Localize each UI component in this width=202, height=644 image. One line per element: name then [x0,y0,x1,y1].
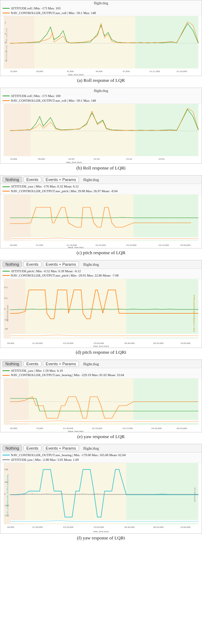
chart-a-legend: ATTITUDE.roll | Min: -173 Max: 103 NAV_C… [0,6,202,16]
svg-text:00:000: 00:000 [10,244,17,247]
legend-e-2: NAV_CONTROLLER_OUTPUT.nav_bearing | Min:… [11,373,124,378]
svg-text:03:20.000: 03:20.000 [63,526,74,529]
chart-b-svg: 34,000 38,000 02:00 02:40 03:20 04:00 ti… [0,104,202,163]
svg-text:01:24,000: 01:24,000 [177,70,187,73]
legend-d-2: NAV_CONTROLLER_OUTPUT.nav_pitch | Min: -… [11,273,119,278]
btn-e-nothing[interactable]: Nothing [3,361,22,367]
filename-d: flight.tlog [83,262,99,266]
chart-c-svg: 00:000 01:000 01:40,000 02:20,000 03:20,… [0,195,202,248]
btn-d-nothing[interactable]: Nothing [3,261,22,267]
chart-a-svg: 3 2 0 -1 -2 35,000 38,000 41,000 44,000 … [0,16,202,76]
svg-text:00.000: 00.000 [7,342,14,345]
btn-f-nothing[interactable]: Nothing [3,445,22,451]
svg-text:ATTITUDE.yaw: ATTITUDE.yaw [194,487,196,502]
svg-text:NAV_CONTROLLER_OUTPUT.nav_bear: NAV_CONTROLLER_OUTPUT.nav_bearing [6,475,9,515]
btn-c-events-params[interactable]: Events + Params [43,177,79,182]
btn-f-events-params[interactable]: Events + Params [43,445,79,451]
caption-f: (f) yaw response of LQRi [0,534,202,544]
svg-text:01:40.000: 01:40.000 [32,526,43,529]
svg-text:38,000: 38,000 [38,158,45,160]
svg-text:10:00.000: 10:00.000 [180,526,191,529]
svg-text:05:00,000: 05:00,000 [180,244,191,247]
svg-text:01:000: 01:000 [36,244,43,247]
chart-d: Nothing Events Events + Params flight.tl… [0,260,202,348]
svg-text:10:00.000: 10:00.000 [180,342,191,345]
chart-a-title: flight.tlog [0,0,202,6]
svg-text:0.3: 0.3 [4,286,8,289]
toolbar-f: Nothing Events Events + Params flight.tl… [0,444,202,453]
legend-d-1: ATTITUDE.pitch | Min: -0.52 Max: 0.39 Me… [11,269,81,274]
chart-e-legend: ATTITUDE_yaw | Min: 1.59 Max: 6.19 NAV_C… [0,368,202,379]
btn-e-events-params[interactable]: Events + Params [43,361,79,367]
legend-a-1: ATTITUDE.roll | Min: -173 Max: 103 [11,6,61,11]
filename-c: flight.tlog [83,177,99,182]
chart-f-legend: NAV_CONTROLLER_OUTPUT.nav_bearing | Min:… [0,453,202,463]
svg-text:02:20,000: 02:20,000 [96,244,106,247]
svg-text:41,000: 41,000 [67,70,74,73]
btn-d-events-params[interactable]: Events + Params [43,261,79,267]
caption-d: (d) pitch response of LQRi [0,348,202,358]
toolbar-e: Nothing Events Events + Params flight.tl… [0,360,202,368]
svg-text:NAV_CONTROLLER_OUTPUT.pitch: NAV_CONTROLLER_OUTPUT.pitch [193,295,195,332]
chart-b-title: flight.tlog [0,88,202,93]
svg-text:04:00: 04:00 [159,158,164,160]
btn-f-events[interactable]: Events [23,445,41,451]
svg-rect-85 [10,520,198,523]
svg-text:0: 0 [4,493,6,495]
svg-text:02:50,000: 02:50,000 [92,427,102,430]
svg-text:linear_boot (ms): linear_boot (ms) [68,430,83,432]
btn-d-events[interactable]: Events [23,261,41,267]
svg-text:03:20,000: 03:20,000 [126,244,137,247]
btn-c-events[interactable]: Events [23,177,41,182]
legend-e-1: ATTITUDE_yaw | Min: 1.59 Max: 6.19 [11,369,63,373]
chart-e-svg: 00:000 70,000 01:40,000 02:50,000 04:12,… [0,379,202,432]
chart-d-legend: ATTITUDE.pitch | Min: -0.52 Max: 0.39 Me… [0,269,202,279]
svg-text:05:00.000: 05:00.000 [94,526,104,529]
svg-text:02:40: 02:40 [94,158,100,160]
svg-text:time_boot (ms): time_boot (ms) [66,161,82,163]
toolbar-d: Nothing Events Events + Params flight.tl… [0,260,202,269]
svg-text:34,000: 34,000 [10,158,17,160]
legend-c-2: NAV_CONTROLLER_OUTPUT.nav_pitch | Min: 2… [11,189,118,194]
svg-text:44,000: 44,000 [96,70,103,73]
btn-e-events[interactable]: Events [23,361,41,367]
chart-c-legend: ATTITUDE_yaw | Min: -176 Max: 0.32 Mean:… [0,184,202,194]
figure-e: Nothing Events Events + Params flight.tl… [0,360,202,442]
svg-text:38,000: 38,000 [36,70,43,73]
svg-rect-43 [25,279,126,339]
svg-text:03:20.000: 03:20.000 [63,342,74,345]
figure-f: Nothing Events Events + Params flight.tl… [0,444,202,544]
figure-a: flight.tlog ATTITUDE.roll | Min: -173 Ma… [0,0,202,86]
svg-text:time_boot (ms): time_boot (ms) [93,530,109,533]
chart-d-svg: 0.3 0.2 0 -0.2 -29 00.000 01:40.000 03:2… [0,279,202,348]
caption-a: (a) Roll response of LQR [0,76,202,86]
svg-text:05:20,000: 05:20,000 [152,427,162,430]
chart-f: Nothing Events Events + Params flight.tl… [0,444,202,534]
svg-rect-44 [126,279,198,339]
btn-c-nothing[interactable]: Nothing [3,177,22,182]
svg-text:08:20.000: 08:20.000 [153,342,164,345]
svg-rect-78 [126,463,198,524]
chart-a: flight.tlog ATTITUDE.roll | Min: -173 Ma… [0,0,202,76]
svg-text:-29: -29 [4,327,8,330]
svg-text:35,000: 35,000 [10,70,17,73]
svg-text:ATTITUDE.roll / NAV...nav_roll: ATTITUDE.roll / NAV...nav_roll [5,28,8,62]
svg-text:01:21,000: 01:21,000 [150,70,160,73]
svg-rect-77 [25,463,126,524]
chart-f-svg: 150 100 0 -100 -150 00.000 01:40.000 03:… [0,463,202,533]
chart-e: Nothing Events Events + Params flight.tl… [0,360,202,432]
svg-text:01:40,000: 01:40,000 [63,427,74,430]
legend-f-2: ATTITUDE.yaw | Min: -2.98 Max: 3.05 Mean… [11,458,79,462]
svg-text:00:000: 00:000 [10,427,17,430]
svg-text:47,000: 47,000 [123,70,130,73]
figure-c: Nothing Events Events + Params flight.tl… [0,175,202,258]
svg-text:03:20: 03:20 [126,158,132,160]
svg-text:08:20.000: 08:20.000 [153,526,164,529]
filename-f: flight.tlog [83,446,99,450]
svg-text:time_boot (ms): time_boot (ms) [93,345,109,348]
caption-c: (c) pitch response of LQR [0,248,202,259]
svg-text:04:12,000: 04:12,000 [123,427,133,430]
figure-d: Nothing Events Events + Params flight.tl… [0,260,202,358]
chart-c: Nothing Events Events + Params flight.tl… [0,175,202,248]
svg-text:01:40.000: 01:40.000 [32,342,43,345]
